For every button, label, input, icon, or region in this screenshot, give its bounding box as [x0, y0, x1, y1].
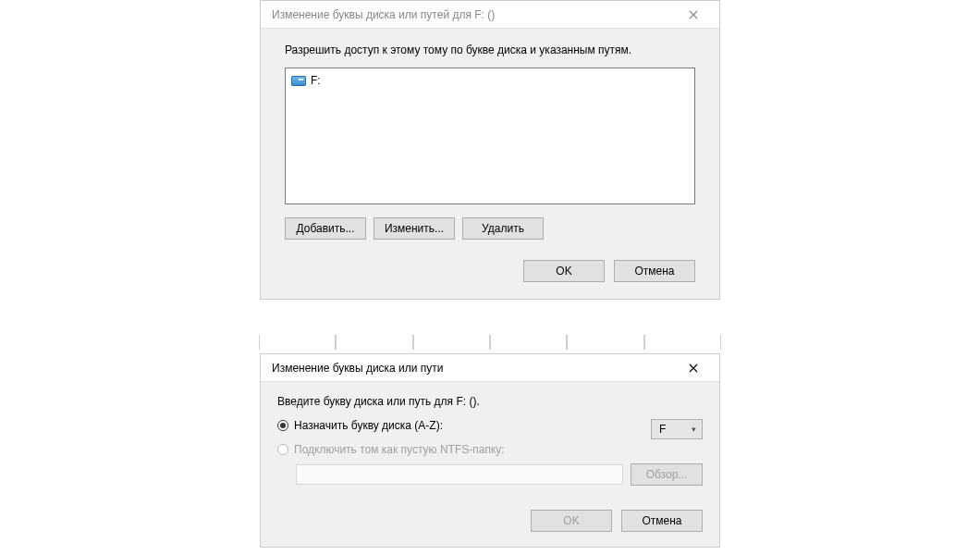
ok-button: OK — [531, 510, 612, 532]
titlebar: Изменение буквы диска или путей для F: (… — [261, 1, 719, 29]
delete-button[interactable]: Удалить — [462, 217, 544, 240]
assign-letter-row: Назначить букву диска (A-Z): F ▾ — [277, 419, 703, 439]
path-row: Обзор... — [296, 463, 703, 486]
dialog-title: Изменение буквы диска или путей для F: (… — [272, 8, 495, 21]
browse-button: Обзор... — [631, 463, 703, 486]
close-icon — [689, 10, 698, 19]
action-button-row: Добавить... Изменить... Удалить — [285, 217, 695, 240]
drive-letter-value: F — [659, 423, 666, 436]
assign-letter-option[interactable]: Назначить букву диска (A-Z): — [277, 419, 443, 432]
folder-path-input — [296, 464, 623, 485]
cancel-button[interactable]: Отмена — [614, 260, 695, 282]
drive-paths-listbox[interactable]: F: — [285, 68, 695, 204]
assign-letter-label: Назначить букву диска (A-Z): — [294, 419, 443, 432]
list-item-label: F: — [311, 74, 321, 87]
change-button[interactable]: Изменить... — [374, 217, 455, 240]
radio-assign-letter[interactable] — [277, 420, 288, 431]
mount-folder-label: Подключить том как пустую NTFS-папку: — [294, 443, 505, 456]
close-button[interactable] — [675, 2, 712, 28]
instruction-text: Разрешить доступ к этому тому по букве д… — [285, 43, 695, 56]
cancel-button[interactable]: Отмена — [621, 510, 703, 532]
ok-button[interactable]: OK — [523, 260, 605, 282]
add-button[interactable]: Добавить... — [285, 217, 366, 240]
radio-mount-folder — [277, 444, 288, 455]
titlebar: Изменение буквы диска или пути — [261, 354, 719, 382]
change-drive-letter-path-dialog: Изменение буквы диска или пути Введите б… — [260, 353, 720, 548]
footer-row: OK Отмена — [285, 260, 695, 282]
drive-icon — [291, 76, 306, 86]
change-drive-letter-dialog: Изменение буквы диска или путей для F: (… — [260, 0, 720, 300]
footer-row: OK Отмена — [277, 510, 703, 532]
mount-folder-option: Подключить том как пустую NTFS-папку: — [277, 443, 703, 456]
instruction-text: Введите букву диска или путь для F: (). — [277, 395, 703, 408]
dialog-body: Разрешить доступ к этому тому по букве д… — [261, 29, 719, 299]
dialog-title: Изменение буквы диска или пути — [272, 362, 444, 375]
drive-letter-combo[interactable]: F ▾ — [651, 419, 703, 439]
close-icon — [689, 364, 698, 373]
close-button[interactable] — [675, 355, 712, 381]
chevron-down-icon: ▾ — [692, 425, 696, 434]
background-strip — [259, 333, 721, 352]
list-item[interactable]: F: — [291, 72, 689, 89]
dialog-body: Введите букву диска или путь для F: (). … — [261, 382, 719, 547]
